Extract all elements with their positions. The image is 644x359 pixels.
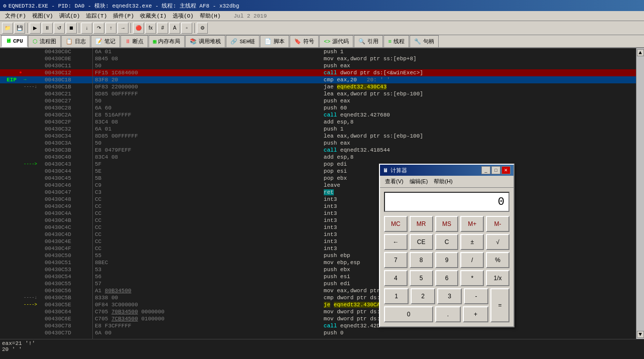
menu-file[interactable]: 文件(F) [2,11,29,21]
menu-help[interactable]: 帮助(H) [197,11,224,21]
tab-bar: 🖥 CPU ⬡ 流程图 📋 日志 📝 笔记 ⏸ 断点 ▦ 内存布局 📚 调用堆栈… [0,35,644,48]
calc-sqrt[interactable]: √ [486,234,509,250]
calc-plus[interactable]: + [463,306,488,322]
calc-mplus[interactable]: M+ [460,216,484,232]
calc-row-123: 1 2 3 - [384,288,488,304]
calc-close[interactable]: ✕ [501,166,510,174]
calc-menu-edit[interactable]: 编辑(E) [407,177,431,186]
calc-9[interactable]: 9 [435,252,459,268]
left-margin: 00430C0C 00430C0E 00430C11 ● 00430C12 EI… [0,48,93,339]
tb-show[interactable]: ▫ [181,23,192,34]
tab-breakpoints[interactable]: ⏸ 断点 [120,35,148,47]
tb-sep1 [27,23,28,33]
calculator-dialog: 🖩 计算器 _ □ ✕ 查看(V) 编辑(E) 帮助(H) 0 [379,164,514,327]
menu-trace[interactable]: 追踪(T) [83,11,110,21]
scroll-down[interactable]: ▼ [637,331,644,338]
calc-4[interactable]: 4 [384,270,408,286]
calc-recip[interactable]: 1/x [486,270,509,286]
tb-run[interactable]: ▶ [30,23,41,34]
calc-negate[interactable]: ± [460,234,484,250]
calc-8[interactable]: 8 [410,252,433,268]
cpu-icon: 🖥 [6,38,11,44]
calc-title: 计算器 [391,167,407,174]
tb-stepout[interactable]: ↑ [105,23,116,34]
status-line2: 20 ' ' [2,346,642,352]
calc-menu-help[interactable]: 帮助(H) [431,177,455,186]
tab-callstack[interactable]: 📚 调用堆栈 [185,35,225,47]
calc-6[interactable]: 6 [435,270,459,286]
menu-plugins[interactable]: 插件(P) [110,11,137,21]
calc-titlebar: 🖩 计算器 _ □ ✕ [380,165,513,176]
calc-minimize[interactable]: _ [481,166,490,174]
title-text: EQNEDT32.EXE - PID: DA0 - 模块: eqnedt32.e… [9,2,239,10]
tb-pause[interactable]: ⏸ [42,23,53,34]
calc-equals[interactable]: = [490,288,509,322]
calc-menu-view[interactable]: 查看(V) [382,177,407,186]
calc-dot[interactable]: . [435,306,461,322]
calc-ms[interactable]: MS [435,216,459,232]
calc-2[interactable]: 2 [411,288,435,304]
tab-handles[interactable]: 🔧 句柄 [410,35,439,47]
calc-3[interactable]: 3 [437,288,462,304]
tb-save[interactable]: 💾 [14,23,25,34]
tab-references[interactable]: 🔍 引用 [354,35,383,47]
calc-5[interactable]: 5 [410,270,433,286]
calc-maximize[interactable]: □ [491,166,500,174]
calc-buttons: MC MR MS M+ M- ← CE C ± √ 7 8 [380,216,513,326]
tb-restart[interactable]: ↺ [54,23,65,34]
menu-favorites[interactable]: 收藏夹(I) [137,11,170,21]
tb-font[interactable]: A [169,23,180,34]
main-area: 00430C0C 00430C0E 00430C11 ● 00430C12 EI… [0,48,644,359]
calc-mc[interactable]: MC [384,216,408,232]
menu-debug[interactable]: 调试(D) [56,11,83,21]
calc-c[interactable]: C [435,234,459,250]
tab-flowchart[interactable]: ⬡ 流程图 [28,35,61,47]
tb-hash[interactable]: # [157,23,168,34]
calc-0[interactable]: 0 [384,306,433,322]
calc-7[interactable]: 7 [384,252,408,268]
tab-cpu[interactable]: 🖥 CPU [1,35,28,47]
calc-1[interactable]: 1 [384,288,409,304]
disasm-area[interactable]: 6A 01 push 1 8B45 08 mov eax,dword ptr s… [93,48,636,339]
tb-expr[interactable]: fx [145,23,156,34]
tab-threads[interactable]: ≡ 线程 [383,35,409,47]
calc-display: 0 [384,192,509,212]
calc-row-memory: MC MR MS M+ M- [384,216,509,232]
menu-bar: 文件(F) 视图(V) 调试(D) 追踪(T) 插件(P) 收藏夹(I) 选项(… [0,11,644,21]
calc-mr[interactable]: MR [410,216,433,232]
tab-memory[interactable]: ▦ 内存布局 [149,35,185,47]
calc-pct[interactable]: % [486,252,509,268]
disasm-table: 6A 01 push 1 8B45 08 mov eax,dword ptr s… [93,48,636,336]
tab-log[interactable]: 📋 日志 [61,35,90,47]
code-area: 00430C0C 00430C0E 00430C11 ● 00430C12 EI… [0,48,644,339]
calc-ce[interactable]: CE [410,234,433,250]
toolbar: 📁 💾 ▶ ⏸ ↺ ⏹ ↓ ↷ ↑ → 🔴 fx # A ▫ ⚙ [0,21,644,35]
tab-seh[interactable]: 🔗 SEH链 [226,35,260,47]
tab-source[interactable]: <> 源代码 [319,35,353,47]
tb-stepover[interactable]: ↷ [93,23,104,34]
calc-row-lower: 1 2 3 - 0 . + = [384,288,509,322]
tab-script[interactable]: 📄 脚本 [260,35,289,47]
calc-minus[interactable]: - [464,288,488,304]
calc-backspace[interactable]: ← [384,234,408,250]
tb-stop[interactable]: ⏹ [66,23,77,34]
menu-view[interactable]: 视图(V) [29,11,56,21]
tab-symbols[interactable]: 🔖 符号 [290,35,319,47]
calc-row-0: 0 . + [384,306,488,322]
right-scrollbar[interactable]: ▲ ▼ [636,48,644,339]
calc-mul[interactable]: * [460,270,484,286]
calc-div[interactable]: / [460,252,484,268]
tb-open[interactable]: 📁 [2,23,13,34]
tb-runto[interactable]: → [117,23,128,34]
calc-row-clear: ← CE C ± √ [384,234,509,250]
tb-sep2 [79,23,79,33]
calc-row-456: 4 5 6 * 1/x [384,270,509,286]
tb-settings[interactable]: ⚙ [197,23,208,34]
tab-notes[interactable]: 📝 笔记 [91,35,120,47]
calc-mminus[interactable]: M- [486,216,509,232]
tb-stepinto[interactable]: ↓ [81,23,92,34]
status-area: eax=21 '!' 20 ' ' [0,339,644,359]
tb-bp[interactable]: 🔴 [133,23,144,34]
scroll-up[interactable]: ▲ [637,49,644,56]
menu-options[interactable]: 选项(O) [170,11,197,21]
